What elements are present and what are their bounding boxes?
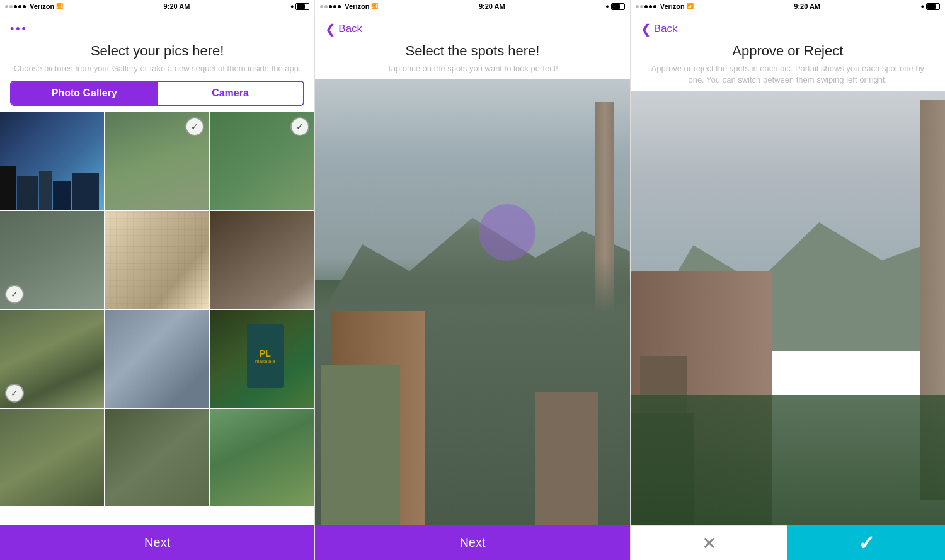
check-circle-2: ✓ (185, 117, 204, 136)
carrier-1: Verizon (30, 3, 54, 10)
battery-1 (295, 3, 309, 10)
grid-cell-1[interactable] (0, 112, 104, 210)
photo-gallery-btn[interactable]: Photo Gallery (11, 82, 158, 105)
wifi-icon-1: 📶 (56, 3, 63, 9)
grid-cell-5[interactable] (105, 211, 209, 309)
check-icon: ✓ (858, 531, 875, 555)
grid-cell-3[interactable]: ✓ (210, 112, 314, 210)
check-circle-4: ✓ (5, 285, 24, 304)
panel1-header: Select your pics here! Choose pictures f… (0, 40, 314, 74)
battery-3 (926, 3, 940, 10)
time-2: 9:20 AM (479, 3, 505, 10)
check-circle-3: ✓ (290, 117, 309, 136)
panel3-title: Approve or Reject (650, 43, 926, 59)
panel2-bottom-bar[interactable]: Next (315, 525, 629, 560)
time-3: 9:20 AM (794, 3, 820, 10)
signal-dots-1 (5, 5, 26, 8)
panel2-next-label: Next (459, 535, 485, 550)
back-chevron-3: ❮ (641, 21, 651, 37)
carrier-3: Verizon (660, 3, 685, 10)
grid-cell-4[interactable]: ✓ (0, 211, 104, 309)
spot-circle[interactable] (479, 204, 536, 261)
grid-cell-11[interactable] (105, 409, 209, 506)
back-label-3: Back (654, 23, 678, 35)
grid-cell-8[interactable] (105, 310, 209, 408)
more-dots-icon[interactable]: ••• (10, 23, 28, 36)
panel2-header: Select the spots here! Tap once on the s… (315, 40, 629, 74)
grid-cell-10[interactable] (0, 409, 104, 506)
check-circle-7: ✓ (5, 384, 24, 403)
panel1-next-label: Next (144, 535, 170, 550)
status-bar-2: Verizon 📶 9:20 AM ● (315, 0, 630, 13)
panel3-nav: ❮ Back (631, 13, 945, 40)
battery-2 (611, 3, 625, 10)
panel2-subtitle: Tap once on the spots you want to look p… (328, 63, 617, 74)
grid-cell-6[interactable] (210, 211, 314, 309)
panel-approve-reject: ❮ Back Approve or Reject Approve or reje… (631, 13, 945, 560)
panel2-back-btn[interactable]: ❮ Back (325, 21, 362, 37)
photo-camera-toggle: Photo Gallery Camera (10, 81, 304, 106)
back-label-2: Back (338, 23, 362, 35)
grid-cell-12[interactable] (210, 409, 314, 506)
panel3-header: Approve or Reject Approve or reject the … (631, 40, 945, 86)
grid-cell-9[interactable]: PL maka'ala (210, 310, 314, 408)
panel2-nav: ❮ Back (315, 13, 629, 40)
status-bar-3: Verizon 📶 9:20 AM ● (631, 0, 945, 13)
time-1: 9:20 AM (164, 3, 190, 10)
panel1-bottom-bar[interactable]: Next (0, 525, 314, 560)
camera-btn[interactable]: Camera (158, 82, 304, 105)
approve-btn[interactable]: ✓ (788, 525, 945, 560)
reject-btn[interactable]: ✕ (631, 525, 788, 560)
location-icon-1: ● (290, 3, 294, 9)
panel-select-spots: ❮ Back Select the spots here! Tap once o… (315, 13, 630, 560)
panel3-subtitle: Approve or reject the spots in each pic.… (650, 63, 926, 86)
x-icon: ✕ (702, 533, 716, 554)
status-bar-1: Verizon 📶 9:20 AM ● (0, 0, 315, 13)
approve-image-area (631, 91, 945, 525)
back-chevron-2: ❮ (325, 21, 336, 37)
panel3-back-btn[interactable]: ❮ Back (641, 21, 678, 37)
panel-select-pics: ••• Select your pics here! Choose pictur… (0, 13, 315, 560)
panel2-title: Select the spots here! (328, 43, 617, 59)
photo-grid: ✓ ✓ ✓ ✓ (0, 112, 314, 525)
grid-cell-7[interactable]: ✓ (0, 310, 104, 408)
grid-cell-2[interactable]: ✓ (105, 112, 209, 210)
panel3-bottom-bar: ✕ ✓ (631, 525, 945, 560)
carrier-2: Verizon (345, 3, 369, 10)
panel1-subtitle: Choose pictures from your Gallery or tak… (13, 63, 302, 74)
panel1-title: Select your pics here! (13, 43, 302, 59)
spot-image-area[interactable] (315, 79, 629, 525)
panel1-nav: ••• (0, 13, 314, 40)
